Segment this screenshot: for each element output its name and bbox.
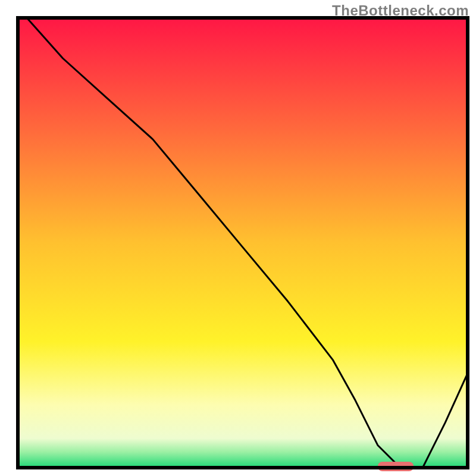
chart-container: TheBottleneck.com [0, 0, 476, 476]
bottleneck-chart [0, 0, 476, 476]
plot-background [18, 18, 468, 468]
